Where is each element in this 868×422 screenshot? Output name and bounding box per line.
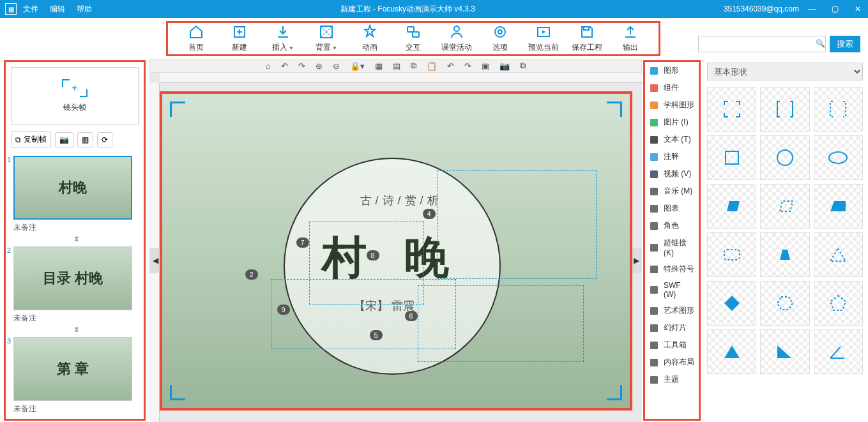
close-icon[interactable]: ✕ xyxy=(853,4,863,14)
shape-parallelogram-dash[interactable] xyxy=(760,184,809,229)
lock-icon[interactable]: 🔒▾ xyxy=(350,61,365,71)
shape-ellipse[interactable] xyxy=(814,135,863,180)
menu-edit[interactable]: 编辑 xyxy=(50,4,65,15)
grid-icon[interactable]: ▦ xyxy=(375,61,383,71)
toolbar-bg-button[interactable]: 背景▼ xyxy=(305,24,348,53)
shape-triangle-dash[interactable] xyxy=(814,232,863,277)
zoom-in-icon[interactable]: ⊕ xyxy=(316,61,323,71)
home-icon[interactable]: ⌂ xyxy=(266,61,271,71)
svg-point-5 xyxy=(495,27,505,37)
frame-note: 未备注 xyxy=(13,220,140,234)
insert-component-button[interactable]: 组件 xyxy=(645,79,699,96)
svg-point-4 xyxy=(454,26,459,31)
toolbar-class-button[interactable]: 课堂活动 xyxy=(435,24,478,53)
toolbar-new-button[interactable]: 新建 xyxy=(218,24,261,53)
insert-comment-button[interactable]: 注释 xyxy=(645,148,699,165)
next-slide-button[interactable]: ▶ xyxy=(630,248,642,273)
search-input[interactable] xyxy=(698,36,826,52)
shape-trapezoid-r[interactable] xyxy=(814,184,863,229)
user-account[interactable]: 3515346039@qq.com xyxy=(724,4,799,13)
new-frame-button[interactable]: + 镜头帧 xyxy=(11,67,139,124)
preview-icon xyxy=(536,24,551,40)
paste-icon[interactable]: 📋 xyxy=(427,61,437,71)
redo2-icon[interactable]: ↷ xyxy=(464,61,471,71)
svg-rect-18 xyxy=(650,222,658,230)
svg-rect-11 xyxy=(650,102,658,109)
canvas-area: ⌂ ↶ ↷ ⊕ ⊖ 🔒▾ ▦ ▤ ⧉ 📋 ↶ ↷ ▣ 📷 ⧉ ◀ ▶ xyxy=(149,59,642,422)
insert-toolbox-button[interactable]: 工具箱 xyxy=(645,336,699,354)
qr-button[interactable]: ▦ xyxy=(77,132,93,147)
insert-role-button[interactable]: 角色 xyxy=(645,217,699,234)
insert-video-button[interactable]: 视频 (V) xyxy=(645,165,699,183)
shape-category-select[interactable]: 基本形状 xyxy=(707,63,863,80)
shape-trapezoid[interactable] xyxy=(760,232,809,277)
insert-music-button[interactable]: 音乐 (M) xyxy=(645,183,699,200)
insert-shape-button[interactable]: 图形 xyxy=(645,62,699,79)
toolbar-interact-button[interactable]: 交互 xyxy=(392,24,435,53)
align-icon[interactable]: ▤ xyxy=(393,61,400,71)
insert-theme-button[interactable]: 主题 xyxy=(645,371,699,388)
toolbar-options-button[interactable]: 选项 xyxy=(478,24,522,53)
selection-box[interactable] xyxy=(437,170,597,279)
insert-image-button[interactable]: 图片 (I) xyxy=(645,114,699,131)
copy-icon[interactable]: ⧉ xyxy=(411,61,416,71)
insert-art-button[interactable]: 艺术图形 xyxy=(645,302,699,319)
frame-thumbnail[interactable]: 3第 章未备注⧗ xyxy=(13,337,140,416)
refresh-icon: ⟳ xyxy=(102,135,108,144)
shape-bracket-square[interactable] xyxy=(760,87,809,132)
toolbar-export-button[interactable]: 输出 xyxy=(609,24,652,53)
maximize-icon[interactable]: ▢ xyxy=(830,4,840,14)
menu-file[interactable]: 文件 xyxy=(23,4,38,15)
toolbar-save-button[interactable]: 保存工程 xyxy=(565,24,609,53)
refresh-button[interactable]: ⟳ xyxy=(97,132,112,147)
shape-parallelogram[interactable] xyxy=(707,184,756,229)
minimize-icon[interactable]: — xyxy=(807,4,817,14)
frame-thumbnail[interactable]: 1村晚未备注⧗ xyxy=(13,156,140,243)
copy-frame-button[interactable]: ⧉ 复制帧 xyxy=(11,131,51,148)
redo-icon[interactable]: ↷ xyxy=(298,61,305,71)
svg-rect-26 xyxy=(650,376,658,384)
search-button[interactable]: 搜索 xyxy=(830,36,860,52)
svg-point-6 xyxy=(498,30,502,34)
shape-triangle[interactable] xyxy=(707,329,756,374)
shape-square[interactable] xyxy=(707,135,756,180)
insert-chart-button[interactable]: 图表 xyxy=(645,200,699,217)
zoom-out-icon[interactable]: ⊖ xyxy=(333,61,340,71)
shape-pentagon-dash[interactable] xyxy=(814,281,863,326)
window-icon[interactable]: ⧉ xyxy=(520,61,526,71)
layers-icon[interactable]: ▣ xyxy=(482,61,489,71)
circle-icon xyxy=(773,146,796,169)
shape-angle[interactable] xyxy=(814,329,863,374)
frame-thumbnail[interactable]: 2目录 村晚未备注⧗ xyxy=(13,246,140,333)
insert-slide-button[interactable]: 幻灯片 xyxy=(645,319,699,336)
insert-subject-button[interactable]: 学科图形 xyxy=(645,96,699,114)
shape-round-rect-dash[interactable] xyxy=(707,232,756,277)
insert-symbol-button[interactable]: 特殊符号 xyxy=(645,260,699,278)
insert-text-button[interactable]: 文本 (T) xyxy=(645,131,699,148)
toolbar-home-button[interactable]: 首页 xyxy=(174,24,218,53)
insert-link-button[interactable]: 超链接 (K) xyxy=(645,234,699,260)
shape-bracket-dash[interactable] xyxy=(814,87,863,132)
shape-triangle-half[interactable] xyxy=(760,329,809,374)
undo-icon[interactable]: ↶ xyxy=(281,61,288,71)
hexagon-dash-icon xyxy=(773,292,796,315)
toolbar-preview-button[interactable]: 预览当前 xyxy=(522,24,565,53)
svg-rect-30 xyxy=(724,250,740,260)
shape-circle[interactable] xyxy=(760,135,809,180)
camera-button[interactable]: 📷 xyxy=(55,132,73,147)
toolbar-anim-button[interactable]: 动画 xyxy=(348,24,392,53)
selection-box[interactable] xyxy=(418,285,584,362)
insert-swf-button[interactable]: SWF (W) xyxy=(645,278,699,302)
snapshot-icon[interactable]: 📷 xyxy=(499,61,510,71)
shape-diamond[interactable] xyxy=(707,281,756,326)
menu-help[interactable]: 帮助 xyxy=(77,4,92,15)
undo2-icon[interactable]: ↶ xyxy=(447,61,454,71)
bracket-square-icon xyxy=(773,98,796,121)
toolbar-insert-button[interactable]: 插入▼ xyxy=(261,24,305,53)
canvas[interactable]: 古/诗/赏/析 村 晚 【宋】 雷震 4 7 8 9 6 5 2 xyxy=(160,91,632,411)
shape-hexagon-dash[interactable] xyxy=(760,281,809,326)
subtitle-poetry[interactable]: 古/诗/赏/析 xyxy=(360,193,443,208)
shape-rect-corners[interactable] xyxy=(707,87,756,132)
insert-layout-button[interactable]: 内容布局 xyxy=(645,354,699,371)
subject-icon xyxy=(649,100,659,110)
